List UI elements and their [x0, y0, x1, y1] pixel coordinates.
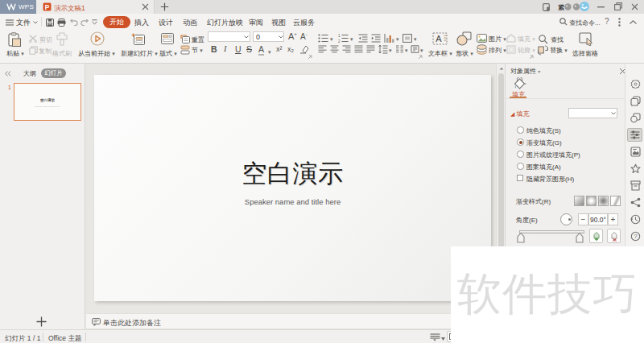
svg-text:P: P [45, 4, 50, 11]
svg-text:2: 2 [338, 39, 341, 43]
svg-text:?: ? [634, 233, 638, 240]
svg-text:1: 1 [338, 34, 341, 38]
svg-text:A: A [436, 34, 442, 43]
